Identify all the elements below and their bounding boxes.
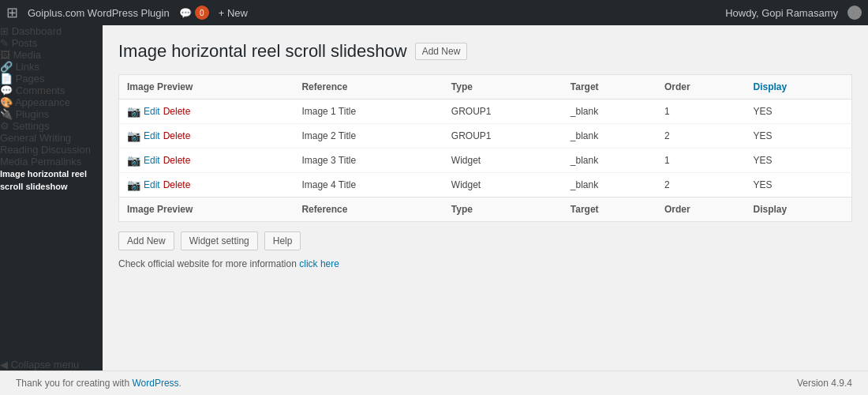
edit-link-0[interactable]: Edit (144, 106, 160, 117)
footer-col-order: Order (657, 198, 746, 222)
links-icon: 🔗 (0, 61, 13, 73)
delete-link-0[interactable]: Delete (163, 106, 191, 117)
cell-type-2: Widget (443, 149, 563, 173)
cell-image-preview-3: 📷 Edit Delete (119, 173, 294, 198)
delete-link-2[interactable]: Delete (163, 155, 191, 166)
col-display: Display (746, 75, 852, 100)
sidebar-item-dashboard[interactable]: ⊞ Dashboard (0, 25, 103, 37)
sidebar-item-appearance[interactable]: 🎨 Appearance (0, 96, 103, 108)
cell-image-preview-0: 📷 Edit Delete (119, 100, 294, 124)
submenu-discussion[interactable]: Discussion (41, 144, 91, 156)
cell-reference-0: Image 1 Title (294, 100, 443, 124)
admin-bar: ⊞ Goiplus.com WordPress Plugin 💬 0 + New… (0, 0, 868, 25)
submenu-writing[interactable]: Writing (39, 132, 71, 144)
info-link[interactable]: click here (299, 258, 339, 269)
page-title-area: Image horizontal reel scroll slideshow A… (118, 41, 852, 62)
row-actions-1: 📷 Edit Delete (127, 130, 286, 142)
cell-type-0: GROUP1 (443, 100, 563, 124)
sidebar-item-comments[interactable]: 💬 Comments (0, 85, 103, 96)
footer: Thank you for creating with WordPress. V… (0, 371, 868, 395)
table-header-row: Image Preview Reference Type Target Orde… (119, 75, 852, 100)
sidebar-item-plugins[interactable]: 🔌 Plugins (0, 108, 103, 120)
posts-icon: ✎ (0, 37, 9, 49)
table-row: 📷 Edit Delete Image 3 Title Widget _blan… (119, 149, 852, 173)
site-name[interactable]: Goiplus.com WordPress Plugin (28, 7, 170, 19)
sidebar-label-plugins: Plugins (16, 108, 50, 120)
help-button[interactable]: Help (264, 231, 301, 250)
camera-icon-3: 📷 (127, 179, 140, 191)
sidebar-label-media: Media (13, 49, 41, 61)
cell-display-1: YES (746, 124, 852, 149)
cell-image-preview-1: 📷 Edit Delete (119, 124, 294, 149)
edit-link-3[interactable]: Edit (144, 179, 160, 190)
settings-submenu: General Writing Reading Discussion Media… (0, 132, 103, 194)
submenu-reading[interactable]: Reading (0, 144, 38, 156)
add-new-button-top[interactable]: Add New (415, 43, 468, 60)
avatar (847, 6, 862, 20)
wp-logo-icon: ⊞ (6, 4, 18, 21)
submenu-image-horizontal[interactable]: Image horizontal reel scroll slideshow (0, 169, 87, 191)
col-reference: Reference (294, 75, 443, 100)
pages-icon: 📄 (0, 73, 13, 85)
camera-icon-2: 📷 (127, 154, 140, 167)
images-table: Image Preview Reference Type Target Orde… (118, 74, 852, 222)
add-new-button-bottom[interactable]: Add New (118, 231, 174, 250)
footer-col-image-preview: Image Preview (119, 198, 294, 222)
page-title: Image horizontal reel scroll slideshow (118, 41, 407, 62)
widget-setting-button[interactable]: Widget setting (181, 231, 258, 250)
media-icon: 🖼 (0, 49, 10, 61)
howdy-text: Howdy, Gopi Ramasamy (725, 7, 838, 19)
comments-link[interactable]: 💬 0 (179, 6, 209, 20)
info-static-text: Check official website for more informat… (118, 258, 297, 269)
main-content: Image horizontal reel scroll slideshow A… (103, 25, 868, 371)
cell-order-2: 1 (657, 149, 746, 173)
sidebar-item-pages[interactable]: 📄 Pages (0, 73, 103, 85)
cell-order-3: 2 (657, 173, 746, 198)
row-actions-0: 📷 Edit Delete (127, 105, 286, 118)
cell-target-1: _blank (563, 124, 657, 149)
sidebar-label-appearance: Appearance (15, 96, 70, 108)
sidebar-item-links[interactable]: 🔗 Links (0, 61, 103, 73)
cell-type-3: Widget (443, 173, 563, 198)
cell-reference-3: Image 4 Title (294, 173, 443, 198)
new-content-link[interactable]: + New (219, 7, 248, 19)
col-type: Type (443, 75, 563, 100)
collapse-menu-button[interactable]: ◀ Collapse menu (0, 359, 103, 371)
sidebar-label-settings: Settings (13, 120, 50, 132)
edit-link-1[interactable]: Edit (144, 130, 160, 141)
settings-icon: ⚙ (0, 120, 9, 132)
submenu-media[interactable]: Media (0, 156, 28, 167)
footer-col-target: Target (563, 198, 657, 222)
col-target: Target (563, 75, 657, 100)
submenu-permalinks[interactable]: Permalinks (31, 156, 81, 167)
footer-col-type: Type (443, 198, 563, 222)
camera-icon-1: 📷 (127, 130, 140, 142)
table-row: 📷 Edit Delete Image 2 Title GROUP1 _blan… (119, 124, 852, 149)
submenu-general[interactable]: General (0, 132, 36, 144)
edit-link-2[interactable]: Edit (144, 155, 160, 166)
delete-link-3[interactable]: Delete (163, 179, 191, 190)
col-image-preview: Image Preview (119, 75, 294, 100)
delete-link-1[interactable]: Delete (163, 130, 191, 141)
collapse-icon: ◀ (0, 359, 8, 371)
bottom-actions: Add New Widget setting Help (118, 231, 852, 250)
cell-display-2: YES (746, 149, 852, 173)
dashboard-icon: ⊞ (0, 25, 9, 37)
sidebar-label-posts: Posts (12, 37, 38, 49)
cell-target-2: _blank (563, 149, 657, 173)
sidebar-item-settings[interactable]: ⚙ Settings (0, 120, 103, 132)
sidebar-label-links: Links (16, 61, 39, 73)
row-actions-2: 📷 Edit Delete (127, 154, 286, 167)
cell-display-0: YES (746, 100, 852, 124)
cell-target-0: _blank (563, 100, 657, 124)
cell-display-3: YES (746, 173, 852, 198)
appearance-icon: 🎨 (0, 96, 13, 108)
footer-wp-link[interactable]: WordPress (132, 378, 178, 389)
cell-reference-2: Image 3 Title (294, 149, 443, 173)
sidebar-item-media[interactable]: 🖼 Media (0, 49, 103, 61)
sidebar-item-posts[interactable]: ✎ Posts (0, 37, 103, 49)
cell-order-1: 2 (657, 124, 746, 149)
comments-icon: 💬 (0, 85, 13, 96)
cell-target-3: _blank (563, 173, 657, 198)
sidebar-label-comments: Comments (16, 85, 65, 96)
